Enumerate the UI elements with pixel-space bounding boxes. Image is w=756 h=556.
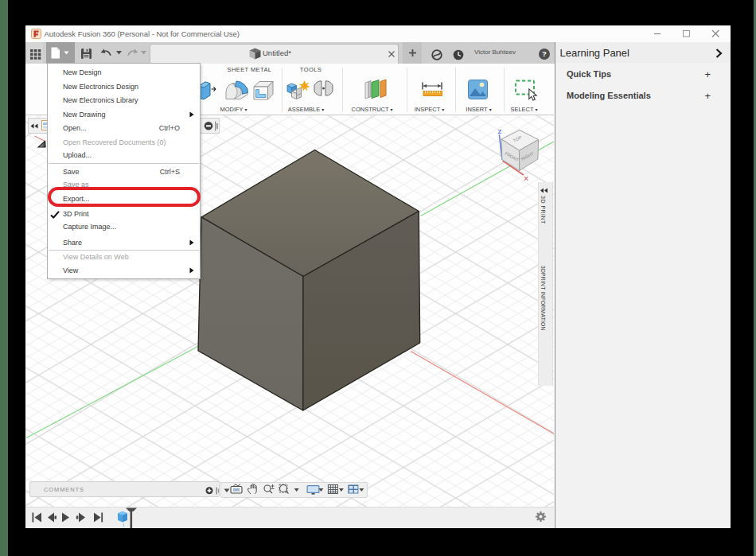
svg-text:Z: Z [498, 128, 502, 135]
svg-text:X: X [524, 175, 529, 182]
svg-text:?: ? [542, 49, 547, 58]
